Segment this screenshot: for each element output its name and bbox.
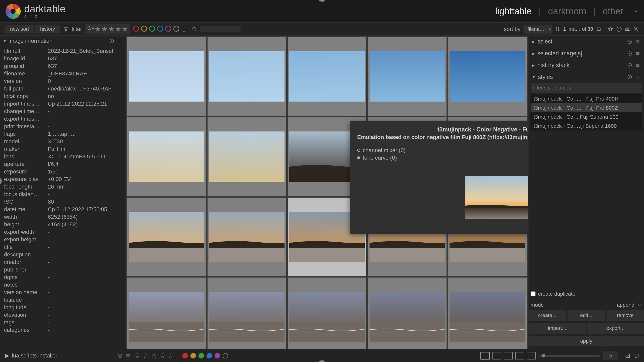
thumbnail[interactable] — [208, 37, 286, 116]
style-item[interactable]: t3mujinpack - Co…e - Fuji Pro 400H — [531, 94, 642, 103]
yellow-label-icon[interactable] — [141, 26, 147, 32]
clear-label-icon[interactable] — [223, 353, 228, 358]
reset-icon[interactable] — [627, 63, 632, 68]
presets-hamburger-icon[interactable] — [117, 38, 123, 44]
thumbnail[interactable] — [127, 37, 206, 116]
star-overlay-icon[interactable] — [608, 26, 613, 32]
mode-value[interactable]: append — [617, 302, 634, 308]
slider-thumb[interactable] — [542, 354, 545, 357]
zoom-value[interactable]: 5 — [603, 351, 618, 360]
keyboard-shortcuts-icon[interactable] — [625, 26, 630, 32]
fullpreview-view-icon[interactable] — [527, 352, 536, 359]
lua-title[interactable]: lua scripts installer — [12, 352, 57, 359]
reset-icon[interactable] — [627, 74, 632, 80]
blue-label-icon[interactable] — [157, 26, 163, 32]
collapse-top-icon[interactable] — [318, 0, 326, 3]
green-label-icon[interactable] — [198, 353, 204, 358]
thumbnail[interactable] — [127, 278, 206, 349]
zoom-slider[interactable] — [539, 355, 600, 357]
presets-hamburger-icon[interactable] — [125, 353, 131, 358]
red-label-icon[interactable] — [133, 26, 139, 32]
nav-dropdown-icon[interactable] — [633, 9, 639, 14]
display-profile-icon[interactable] — [633, 353, 639, 358]
style-item[interactable]: t3mujinpack - Co…uji Superia 1600 — [531, 121, 642, 130]
zoomable-view-icon[interactable] — [492, 352, 501, 359]
collapse-bottom-icon[interactable] — [318, 359, 326, 362]
thumbnail[interactable] — [288, 278, 367, 349]
nav-darkroom[interactable]: darkroom — [548, 6, 586, 17]
collapse-left-icon[interactable] — [0, 177, 3, 185]
import-style-button[interactable]: import... — [529, 323, 586, 334]
nav-lighttable[interactable]: lighttable — [495, 6, 532, 17]
presets-hamburger-icon[interactable] — [635, 39, 640, 44]
reject-icon[interactable]: ⊘ — [87, 25, 92, 33]
gray-label-icon[interactable] — [173, 26, 179, 32]
thumbnail[interactable] — [288, 37, 367, 116]
styles-filter-input[interactable] — [531, 83, 642, 93]
chevron-down-icon[interactable] — [636, 302, 642, 308]
red-label-icon[interactable] — [182, 353, 188, 358]
collapse-grouped-icon[interactable] — [596, 26, 602, 32]
image-info-header[interactable]: ▼ image information — [0, 36, 126, 46]
rating-filter[interactable]: ⊘ • ★ ★ ★ ★ ★ — [85, 24, 130, 34]
export-style-button[interactable]: export... — [587, 323, 644, 334]
select-module-header[interactable]: ▶ select — [529, 36, 644, 48]
thumbnail[interactable] — [127, 198, 206, 276]
selected-images-module-header[interactable]: ▶ selected image[s] — [529, 48, 644, 59]
filter-funnel-icon[interactable] — [63, 26, 69, 32]
create-duplicate-checkbox[interactable] — [531, 291, 536, 296]
create-style-button[interactable]: create... — [529, 310, 566, 321]
new-sort-button[interactable]: new sort — [5, 25, 34, 33]
grid-view-icon[interactable] — [480, 352, 490, 359]
purple-label-icon[interactable] — [215, 353, 220, 358]
thumbnail[interactable] — [368, 278, 447, 349]
styles-list[interactable]: t3mujinpack - Co…e - Fuji Pro 400Ht3muji… — [531, 94, 642, 130]
reset-icon[interactable] — [627, 39, 632, 44]
star-4-icon[interactable]: ★ — [115, 25, 121, 33]
thumbnail[interactable] — [448, 37, 527, 116]
edit-style-button[interactable]: edit... — [568, 310, 605, 321]
history-stack-module-header[interactable]: ▶ history stack — [529, 59, 644, 71]
star-3-icon[interactable]: ★ — [108, 25, 114, 33]
presets-hamburger-icon[interactable] — [635, 74, 640, 80]
star-4-icon[interactable]: ☆ — [159, 351, 166, 360]
remove-style-button[interactable]: remove — [607, 310, 644, 321]
purple-label-icon[interactable] — [165, 26, 171, 32]
search-input[interactable] — [200, 26, 240, 32]
thumbnail[interactable] — [448, 278, 527, 349]
help-icon[interactable] — [616, 26, 622, 32]
thumbnail[interactable] — [208, 278, 286, 349]
thumbnail[interactable] — [208, 198, 286, 276]
presets-hamburger-icon[interactable] — [635, 51, 640, 56]
apply-style-button[interactable]: apply — [529, 336, 644, 346]
thumbnail[interactable] — [208, 117, 286, 196]
presets-hamburger-icon[interactable] — [635, 63, 640, 68]
star-1-icon[interactable]: ☆ — [134, 351, 141, 360]
blue-label-icon[interactable] — [207, 353, 212, 358]
reset-icon[interactable] — [627, 51, 632, 56]
star-3-icon[interactable]: ☆ — [151, 351, 157, 360]
star-5-icon[interactable]: ★ — [122, 25, 128, 33]
sort-field-select[interactable]: filena… — [524, 25, 552, 34]
nav-other[interactable]: other — [603, 6, 623, 17]
yellow-label-icon[interactable] — [190, 353, 196, 358]
triangle-right-icon[interactable]: ▶ — [5, 352, 9, 359]
culling-view-icon[interactable] — [515, 352, 524, 359]
compare-view-icon[interactable] — [504, 352, 513, 359]
focus-peaking-icon[interactable] — [625, 353, 630, 358]
star-5-icon[interactable]: ☆ — [168, 351, 174, 360]
arc-label-icon[interactable]: ◡ — [181, 26, 187, 33]
style-item[interactable]: t3mujinpack - Co…e - Fuji Pro 800Z — [531, 103, 642, 112]
history-button[interactable]: history — [35, 25, 60, 33]
thumbnail[interactable] — [368, 37, 447, 116]
sort-direction-icon[interactable] — [555, 26, 560, 32]
unstar-icon[interactable]: • — [92, 25, 94, 33]
thumbnail[interactable] — [127, 117, 206, 196]
star-2-icon[interactable]: ☆ — [143, 351, 149, 360]
styles-module-header[interactable]: ▼ styles — [529, 71, 644, 83]
green-label-icon[interactable] — [149, 26, 155, 32]
star-1-icon[interactable]: ★ — [95, 25, 101, 33]
reset-icon[interactable] — [109, 38, 114, 44]
reset-icon[interactable] — [117, 353, 123, 358]
preferences-gear-icon[interactable] — [633, 26, 639, 32]
